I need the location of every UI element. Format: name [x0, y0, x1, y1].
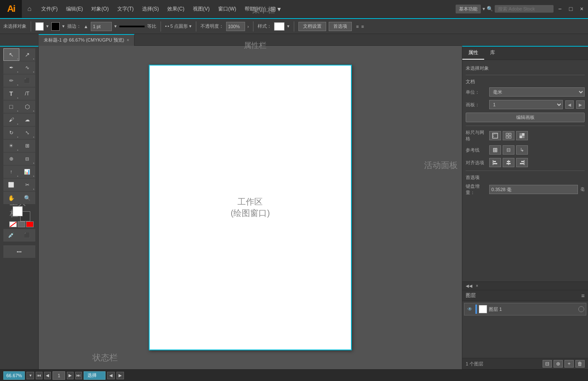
stroke-size-input[interactable] — [91, 22, 112, 31]
artboard-number-input[interactable] — [53, 371, 65, 380]
extra-btn-icon[interactable]: ≡ — [356, 24, 359, 29]
pencil-tool-btn[interactable]: ✏ ▸ — [3, 74, 19, 87]
make-clip-mask-btn[interactable]: ⊟ — [543, 360, 552, 368]
keyboard-inc-input[interactable] — [489, 185, 578, 194]
gradient-btn[interactable]: ⬛ — [19, 229, 35, 242]
type-tool-btn[interactable]: T ▸ — [3, 87, 19, 100]
perspective-btn[interactable]: ⊟ ▸ — [19, 152, 35, 165]
fill-swatch[interactable] — [35, 22, 44, 31]
curvature-tool-btn[interactable]: ∿ ▸ — [19, 61, 35, 74]
opacity-expand-icon[interactable]: › — [248, 24, 249, 29]
hand-btn[interactable]: ✋ — [3, 192, 19, 204]
layer-item[interactable]: 👁 图层 1 — [464, 303, 586, 315]
red-swatch[interactable] — [26, 221, 34, 227]
unit-dropdown[interactable]: 毫米 — [489, 87, 585, 97]
menu-help[interactable]: 帮助(H) — [240, 4, 266, 14]
extra-btn2-icon[interactable]: ≡ — [361, 24, 364, 29]
menu-effect[interactable]: 效果(C) — [163, 4, 189, 14]
scale-btn[interactable]: ⤡ ▸ — [19, 126, 35, 139]
warp-btn[interactable]: ☀ ▸ — [3, 139, 19, 152]
edit-artboard-btn[interactable]: 编辑画板 — [466, 113, 585, 122]
layer-visibility-icon[interactable]: 👁 — [466, 305, 474, 313]
stroke-dropdown-icon[interactable]: ▾ — [62, 24, 65, 29]
layer-target-icon[interactable] — [578, 306, 584, 312]
tab-close-icon[interactable]: × — [127, 38, 129, 42]
line-tool-btn[interactable]: ⬡ ▸ — [19, 100, 35, 113]
guides-clear-icon[interactable]: ↳ — [516, 145, 528, 155]
ruler-corner-icon[interactable] — [489, 131, 501, 140]
menu-window[interactable]: 窗口(W) — [214, 4, 240, 14]
restore-button[interactable]: □ — [566, 4, 575, 13]
stroke-swatch[interactable] — [51, 22, 60, 31]
tab-library[interactable]: 库 — [484, 47, 501, 60]
gray-swatch[interactable] — [18, 221, 25, 227]
fill-color-swatch[interactable] — [13, 206, 23, 216]
shape-builder-btn[interactable]: ⊕ — [3, 152, 19, 165]
tab-properties[interactable]: 属性 — [462, 47, 484, 60]
zoom-btn[interactable]: 🔍 — [19, 192, 35, 204]
stroke-up-icon[interactable]: ▲ — [84, 24, 88, 29]
slice-btn[interactable]: ✂ ▸ — [19, 179, 35, 191]
home-icon-button[interactable]: ⌂ — [22, 0, 37, 18]
selection-tool-btn[interactable]: ↖ ▸ — [3, 48, 19, 61]
style-swatch[interactable] — [274, 22, 285, 31]
menu-edit[interactable]: 编辑(E) — [62, 4, 87, 14]
delete-layer-btn[interactable]: 🗑 — [575, 360, 585, 368]
expand-icon[interactable]: × — [476, 284, 478, 288]
symbol-sprayer-btn[interactable]: ↑ ▸ — [3, 166, 19, 178]
play-prev-btn[interactable]: ◀ — [107, 372, 115, 379]
menu-select[interactable]: 选择(S) — [138, 4, 163, 14]
document-tab[interactable]: 未标题-1 @ 66.67% (CMYK/GPU 预览) × — [39, 34, 134, 46]
canvas-area[interactable]: 工作区 (绘图窗口) — [39, 46, 462, 369]
opacity-input[interactable] — [226, 22, 245, 31]
last-artboard-btn[interactable]: ⏭ — [75, 372, 82, 379]
more-tools-btn[interactable]: ••• — [3, 245, 35, 258]
grid-icon[interactable] — [503, 131, 514, 140]
free-transform-btn[interactable]: ⊞ — [19, 139, 35, 152]
eyedropper-btn[interactable]: 💉 — [3, 229, 19, 242]
collapse-icon[interactable]: ◀◀ — [466, 284, 472, 288]
pen-tool-btn[interactable]: ✒ ▸ — [3, 61, 19, 74]
align-right-icon[interactable] — [516, 158, 528, 167]
new-layer-btn[interactable]: + — [564, 360, 574, 368]
layers-menu-btn[interactable]: ≡ — [581, 292, 585, 299]
menu-object[interactable]: 对象(O) — [87, 4, 113, 14]
artboard-dropdown[interactable]: 1 — [489, 100, 563, 109]
direct-selection-tool-btn[interactable]: ↗ ▸ — [19, 48, 35, 61]
create-new-sublayer-btn[interactable]: ⊕ — [554, 360, 563, 368]
artboard-btn[interactable]: ⬜ — [3, 179, 19, 191]
play-next-btn[interactable]: ▶ — [116, 372, 124, 379]
grid-view-icon[interactable]: ⊞ ▾ — [266, 3, 285, 15]
doc-setup-button[interactable]: 文档设置 — [298, 22, 326, 31]
smooth-tool-btn[interactable]: ⬛ — [19, 74, 35, 87]
prev-artboard-btn[interactable]: ◀ — [44, 372, 51, 379]
touch-type-btn[interactable]: /T — [19, 87, 35, 100]
menu-type[interactable]: 文字(T) — [113, 4, 138, 14]
point-selector-area[interactable]: • • 5 点圆形 ▾ — [165, 23, 192, 29]
align-left-icon[interactable] — [489, 158, 501, 167]
pixel-preview-icon[interactable] — [516, 131, 528, 140]
artboard-nav-prev[interactable]: ◀ — [565, 100, 574, 109]
minimize-button[interactable]: − — [555, 4, 564, 13]
workspace-btn[interactable]: 基本功能 — [456, 5, 481, 13]
close-button[interactable]: × — [577, 4, 586, 13]
rotate-btn[interactable]: ↻ ▸ — [3, 126, 19, 139]
first-artboard-btn[interactable]: ⏮ — [36, 372, 42, 379]
color-swatches-stack[interactable] — [13, 206, 30, 221]
search-input[interactable] — [495, 5, 554, 13]
menu-file[interactable]: 文件(F) — [37, 4, 62, 14]
artboard-nav-next[interactable]: ▶ — [576, 100, 585, 109]
guides-show-icon[interactable]: ⊞ — [489, 145, 501, 155]
blob-brush-btn[interactable]: ☁ — [19, 113, 35, 126]
none-swatch[interactable] — [9, 221, 17, 227]
zoom-dropdown-btn[interactable]: ▾ — [26, 372, 34, 379]
align-center-icon[interactable] — [503, 158, 514, 167]
fill-dropdown-icon[interactable]: ▾ — [46, 24, 49, 29]
prefs-button[interactable]: 首选项 — [329, 22, 352, 31]
status-action-select[interactable]: 选择 — [84, 371, 105, 380]
paintbrush-btn[interactable]: 🖌 ▸ — [3, 113, 19, 126]
point-dropdown-icon[interactable]: ▾ — [189, 24, 192, 29]
rect-tool-btn[interactable]: □ ▸ — [3, 100, 19, 113]
graph-btn[interactable]: 📊 ▸ — [19, 166, 35, 178]
next-artboard-btn[interactable]: ▶ — [67, 372, 74, 379]
